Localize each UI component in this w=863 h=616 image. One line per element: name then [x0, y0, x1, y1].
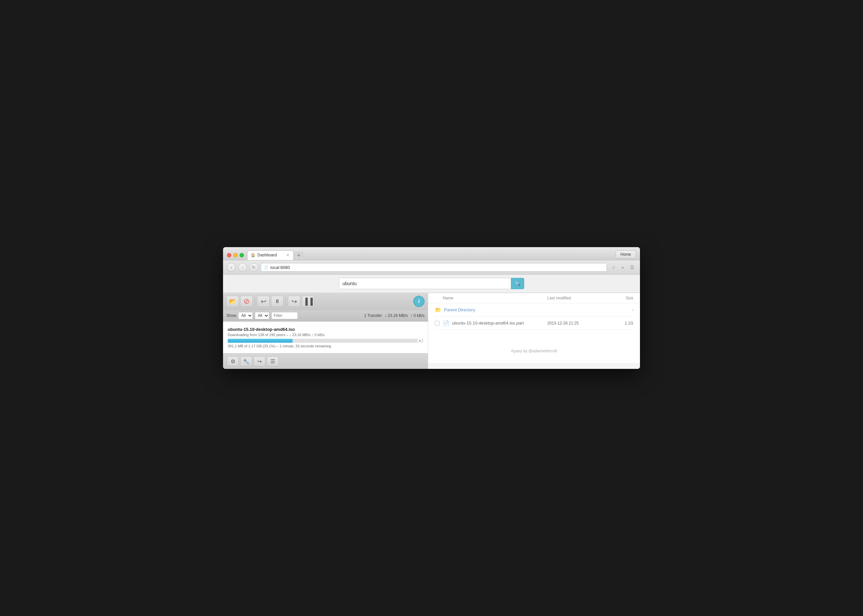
progress-bar-fill — [228, 339, 292, 343]
col-name-header: Name — [435, 296, 547, 300]
maximize-button[interactable] — [240, 253, 244, 258]
title-bar: 🏠 Dashboard × + Home — [223, 247, 640, 260]
share-button[interactable]: ↪ — [253, 356, 266, 366]
transfer-info: 1 Transfer ↓ 23.16 MB/s ↑ 0 kB/s — [364, 313, 424, 318]
left-panel: 📂 ⊘ ↩ ⏸ ↪ ▐▐ — [223, 293, 428, 369]
minimize-button[interactable] — [233, 253, 237, 258]
folder-open-icon: 📂 — [229, 298, 236, 305]
wrench-button[interactable]: 🔧 — [240, 356, 252, 366]
main-content: 📂 ⊘ ↩ ⏸ ↪ ▐▐ — [223, 293, 640, 369]
category-filter[interactable]: All — [238, 312, 253, 319]
settings-button[interactable]: ⚙ — [227, 356, 239, 366]
right-panel-footer — [428, 363, 640, 369]
col-modified-header: Last modified — [547, 296, 607, 300]
address-text: local:8080 — [270, 265, 604, 270]
new-tab-button[interactable]: + — [294, 251, 303, 259]
iso-file-size: 1.1G — [607, 321, 633, 325]
file-icon: 📄 — [443, 320, 450, 326]
parent-directory-size: - — [607, 308, 633, 312]
search-icon: 🔍 — [515, 281, 520, 286]
info-button[interactable]: i — [413, 296, 424, 307]
nav-right-controls: ☆ » ☰ — [610, 263, 636, 271]
address-page-icon: 📄 — [264, 265, 268, 270]
toolbar-separator-2 — [286, 297, 286, 306]
bookmark-button[interactable]: ☆ — [610, 263, 618, 271]
file-browser-header: Name Last modified Size — [428, 293, 640, 303]
status-filter[interactable]: All — [255, 312, 269, 319]
folder-icon: 📁 — [435, 307, 442, 313]
wrench-icon: 🔧 — [243, 358, 250, 365]
nav-menu-button[interactable]: ☰ — [628, 263, 636, 271]
parent-directory-row[interactable]: 📁 Parent Directory - — [435, 303, 633, 317]
toolbar-separator-1 — [255, 297, 255, 306]
filter-bar: Show All All 1 Transfer ↓ 23.16 MB/s ↑ 0… — [223, 310, 428, 322]
traffic-lights — [227, 253, 244, 258]
transfer-count: 1 Transfer — [364, 313, 382, 318]
progress-bar-container: ⏸ — [228, 339, 423, 343]
torrent-status: Downloading from 138 of 195 peers – ↓ 23… — [228, 333, 423, 337]
info-icon: i — [418, 299, 420, 304]
search-container: 🔍 — [339, 278, 524, 289]
cancel-torrent-button[interactable]: ⊘ — [240, 296, 253, 307]
active-tab[interactable]: 🏠 Dashboard × — [247, 250, 294, 260]
settings-icon: ⚙ — [231, 358, 235, 365]
iso-file-row[interactable]: 📄 ubuntu-15.10-desktop-amd64.iso.part 20… — [435, 317, 633, 330]
iso-file-modified: 2015-12-26 21:25 — [547, 321, 607, 325]
nav-more-button[interactable]: » — [619, 263, 627, 271]
torrent-item[interactable]: ubuntu-15.10-desktop-amd64.iso Downloadi… — [226, 325, 424, 350]
layout-icon: ▐▐ — [303, 298, 313, 305]
menu-button[interactable]: ☰ — [267, 356, 278, 366]
parent-directory-name: Parent Directory — [444, 307, 547, 312]
cancel-icon: ⊘ — [244, 297, 250, 306]
search-bar: 🔍 — [223, 275, 640, 293]
iso-file-name: ubuntu-15.10-desktop-amd64.iso.part — [452, 321, 547, 325]
filter-input[interactable] — [271, 312, 298, 319]
redo-icon: ↪ — [292, 297, 297, 305]
menu-icon: ☰ — [270, 358, 275, 365]
pause-icon: ⏸ — [275, 299, 280, 304]
tab-label: Dashboard — [258, 253, 277, 258]
back-button[interactable]: ‹ — [227, 263, 236, 272]
file-checkbox[interactable] — [435, 321, 439, 325]
right-panel: Name Last modified Size 📁 Parent Directo… — [428, 293, 640, 369]
torrent-list: ubuntu-15.10-desktop-amd64.iso Downloadi… — [223, 322, 428, 353]
address-bar[interactable]: 📄 local:8080 — [261, 263, 607, 272]
reload-button[interactable]: ↻ — [250, 263, 258, 272]
nav-bar: ‹ › ↻ 📄 local:8080 ☆ » ☰ — [223, 260, 640, 275]
upload-speed: ↑ 0 kB/s — [410, 313, 424, 318]
tab-close-button[interactable]: × — [286, 253, 289, 258]
pause-button[interactable]: ⏸ — [271, 296, 284, 307]
open-torrent-button[interactable]: 📂 — [226, 296, 239, 307]
undo-icon: ↩ — [261, 297, 266, 305]
share-icon: ↪ — [258, 358, 262, 365]
torrent-name: ubuntu-15.10-desktop-amd64.iso — [228, 327, 423, 332]
forward-button[interactable]: › — [238, 263, 247, 272]
torrent-toolbar: 📂 ⊘ ↩ ⏸ ↪ ▐▐ — [223, 293, 428, 310]
file-list: 📁 Parent Directory - 📄 ubuntu-15.10-desk… — [428, 303, 640, 339]
undo-button[interactable]: ↩ — [257, 296, 270, 307]
col-size-header: Size — [607, 296, 633, 300]
home-button[interactable]: Home — [616, 250, 636, 258]
torrent-size-info: 391.1 MB of 1.17 GB (33.1%) – 1 minute, … — [228, 344, 423, 348]
browser-window: 🏠 Dashboard × + Home ‹ › ↻ 📄 local:8080 … — [223, 247, 640, 369]
redo-button[interactable]: ↪ — [288, 296, 300, 307]
progress-pause-button[interactable]: ⏸ — [417, 339, 422, 343]
search-input[interactable] — [339, 278, 511, 289]
show-label: Show — [226, 313, 236, 318]
tab-home-icon: 🏠 — [251, 253, 255, 258]
search-button[interactable]: 🔍 — [511, 278, 524, 289]
download-speed: ↓ 23.16 MB/s — [385, 313, 408, 318]
close-button[interactable] — [227, 253, 231, 258]
status-bar: ⚙ 🔧 ↪ ☰ — [223, 353, 428, 369]
tab-bar: 🏠 Dashboard × + — [247, 250, 636, 260]
footer-text: Apaxy by @adamwhitcroft — [428, 339, 640, 363]
layout-button[interactable]: ▐▐ — [302, 296, 314, 307]
